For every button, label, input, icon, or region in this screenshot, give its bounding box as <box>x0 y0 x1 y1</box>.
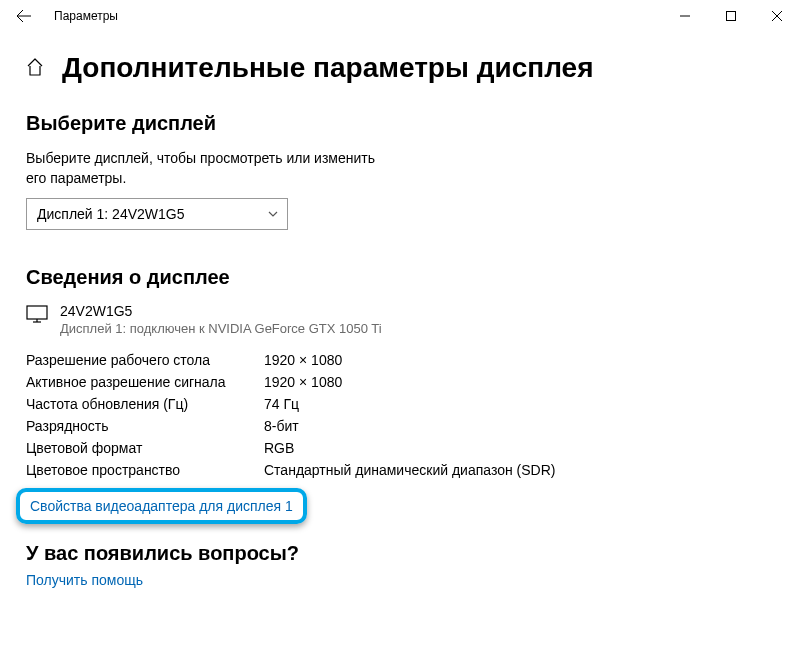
minimize-button[interactable] <box>662 0 708 32</box>
questions-heading: У вас появились вопросы? <box>26 542 774 565</box>
maximize-icon <box>726 11 736 21</box>
monitor-icon <box>26 305 48 327</box>
content: Дополнительные параметры дисплея Выберит… <box>0 32 800 589</box>
spec-label: Разрешение рабочего стола <box>26 352 264 368</box>
arrow-left-icon <box>16 8 32 24</box>
close-button[interactable] <box>754 0 800 32</box>
back-button[interactable] <box>10 2 38 30</box>
page-title: Дополнительные параметры дисплея <box>62 52 593 84</box>
display-name: 24V2W1G5 <box>60 303 382 319</box>
get-help-link[interactable]: Получить помощь <box>26 572 143 588</box>
spec-label: Разрядность <box>26 418 264 434</box>
home-icon[interactable] <box>26 58 44 80</box>
display-info-heading: Сведения о дисплее <box>26 266 774 289</box>
spec-value: 8-бит <box>264 418 774 434</box>
adapter-properties-link[interactable]: Свойства видеоадаптера для дисплея 1 <box>16 488 307 524</box>
spec-label: Цветовой формат <box>26 440 264 456</box>
display-info-row: 24V2W1G5 Дисплей 1: подключен к NVIDIA G… <box>26 303 774 336</box>
spec-value: RGB <box>264 440 774 456</box>
spec-label: Цветовое пространство <box>26 462 264 478</box>
page-header: Дополнительные параметры дисплея <box>26 52 774 84</box>
titlebar: Параметры <box>0 0 800 32</box>
close-icon <box>772 11 782 21</box>
display-subtitle: Дисплей 1: подключен к NVIDIA GeForce GT… <box>60 321 382 336</box>
chevron-down-icon <box>267 208 279 220</box>
svg-rect-1 <box>727 12 736 21</box>
window-controls <box>662 0 800 32</box>
spec-label: Активное разрешение сигнала <box>26 374 264 390</box>
maximize-button[interactable] <box>708 0 754 32</box>
minimize-icon <box>680 11 690 21</box>
select-display-heading: Выберите дисплей <box>26 112 774 135</box>
dropdown-selected: Дисплей 1: 24V2W1G5 <box>37 206 185 222</box>
svg-rect-4 <box>27 306 47 319</box>
display-dropdown[interactable]: Дисплей 1: 24V2W1G5 <box>26 198 288 230</box>
select-display-helper: Выберите дисплей, чтобы просмотреть или … <box>26 149 386 188</box>
spec-value: Стандартный динамический диапазон (SDR) <box>264 462 774 478</box>
spec-table: Разрешение рабочего стола1920 × 1080Акти… <box>26 352 774 478</box>
spec-value: 1920 × 1080 <box>264 374 774 390</box>
window-title: Параметры <box>54 9 118 23</box>
spec-label: Частота обновления (Гц) <box>26 396 264 412</box>
spec-value: 74 Гц <box>264 396 774 412</box>
spec-value: 1920 × 1080 <box>264 352 774 368</box>
